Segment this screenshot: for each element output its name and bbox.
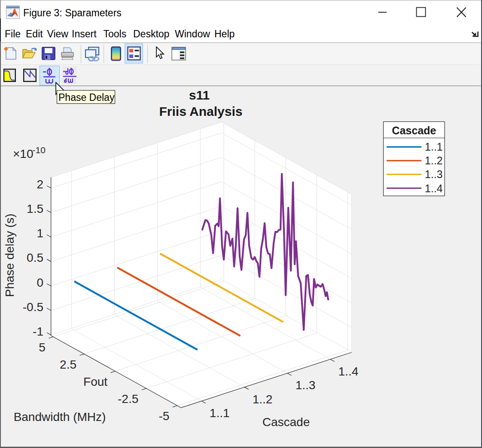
svg-text:2: 2 — [37, 178, 43, 191]
svg-text:1..2: 1..2 — [253, 393, 273, 406]
svg-text:1..4: 1..4 — [425, 182, 443, 194]
svg-text:2.5: 2.5 — [60, 358, 76, 371]
svg-text:Friis Analysis: Friis Analysis — [159, 104, 243, 118]
svg-text:-5: -5 — [159, 409, 169, 423]
svg-text:1..2: 1..2 — [425, 154, 443, 166]
svg-text:0: 0 — [37, 276, 43, 289]
svg-text:1.5: 1.5 — [27, 202, 43, 215]
svg-text:-1: -1 — [33, 325, 43, 338]
svg-text:5: 5 — [39, 341, 46, 354]
svg-text:s11: s11 — [189, 88, 210, 102]
svg-text:Cascade: Cascade — [392, 124, 436, 136]
svg-text:Fout: Fout — [83, 375, 107, 388]
svg-text:Bandwidth (MHz): Bandwidth (MHz) — [14, 410, 106, 424]
svg-text:1..4: 1..4 — [339, 365, 359, 378]
svg-text:1..3: 1..3 — [296, 378, 316, 392]
svg-text:1..1: 1..1 — [210, 406, 230, 420]
svg-text:1..1: 1..1 — [425, 141, 443, 153]
svg-text:1..3: 1..3 — [425, 168, 443, 180]
svg-text:Phase delay (s): Phase delay (s) — [3, 214, 16, 297]
svg-text:Cascade: Cascade — [262, 415, 310, 429]
svg-text:-0.5: -0.5 — [23, 300, 43, 314]
svg-text:-10: -10 — [33, 145, 46, 155]
svg-text:1: 1 — [37, 227, 43, 240]
svg-text:×10: ×10 — [13, 147, 34, 160]
svg-text:0.5: 0.5 — [27, 251, 43, 264]
svg-text:-2.5: -2.5 — [118, 392, 138, 406]
